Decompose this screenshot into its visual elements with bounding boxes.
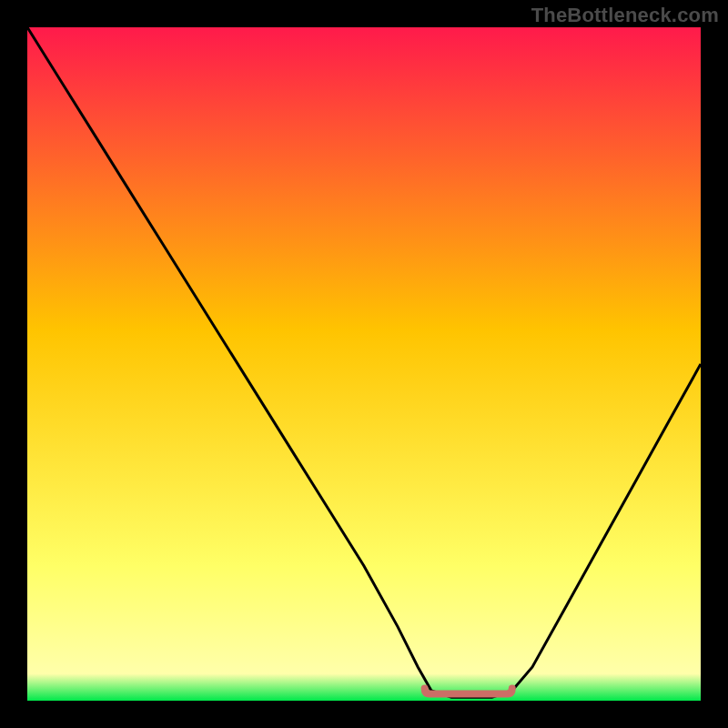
attribution-text: TheBottleneck.com	[531, 4, 719, 27]
chart-frame: TheBottleneck.com	[0, 0, 728, 728]
chart-svg	[27, 27, 701, 701]
gradient-background	[27, 27, 701, 701]
plot-area	[27, 27, 701, 701]
